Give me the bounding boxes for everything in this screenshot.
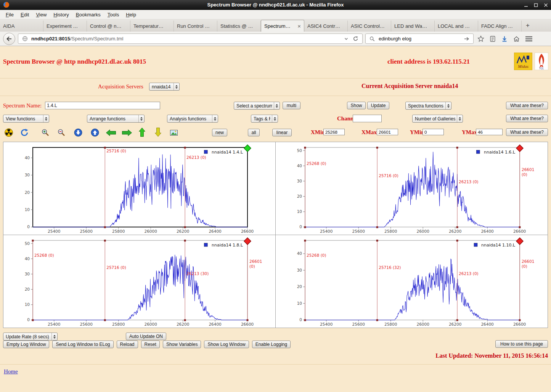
send-log-window-to-elog-button[interactable]: Send Log Window to ELog <box>52 341 113 348</box>
menu-file[interactable]: File <box>2 11 17 19</box>
zoom-out-icon[interactable] <box>57 128 66 137</box>
refresh-icon[interactable] <box>20 128 29 137</box>
xmin-input[interactable] <box>323 129 345 135</box>
new-tab-button[interactable]: + <box>523 21 533 30</box>
reload-icon[interactable] <box>352 35 360 43</box>
svg-text:30: 30 <box>297 179 302 183</box>
site-identity-globe-icon[interactable] <box>21 35 29 43</box>
ymin-input[interactable] <box>422 129 444 135</box>
multi-button[interactable]: multi <box>283 102 300 109</box>
menu-edit[interactable]: Edit <box>17 11 32 19</box>
xmax-input[interactable] <box>377 129 398 135</box>
what-are-these-button-3[interactable]: What are these? <box>506 128 548 136</box>
arrange-functions-select[interactable]: Arrange functions <box>87 115 145 123</box>
enable-logging-button[interactable]: Enable Logging <box>252 341 291 348</box>
spectrum-panel-nnaida14-1-6-l[interactable]: 0102030405025400256002580026000262002640… <box>276 142 548 235</box>
tab-led-and-wa[interactable]: LED and Wa… <box>391 21 435 32</box>
tags-fits-select[interactable]: Tags & Fits <box>251 115 278 123</box>
menu-view[interactable]: View <box>32 11 50 19</box>
show-button[interactable]: Show <box>347 102 366 109</box>
search-bar[interactable] <box>365 34 474 44</box>
tab-local-and[interactable]: LOCAL and … <box>435 21 478 32</box>
reload-button[interactable]: Reload <box>117 341 138 348</box>
empty-log-window-button[interactable]: Empty Log Window <box>3 341 49 348</box>
tab-statistics[interactable]: Statistics @ … <box>217 21 261 32</box>
back-button[interactable] <box>3 33 15 45</box>
green-arrow-right-icon[interactable] <box>122 130 132 136</box>
midas-logo[interactable]: Midas <box>514 53 532 72</box>
home-link[interactable]: Home <box>4 368 18 375</box>
downloads-icon[interactable] <box>500 34 509 43</box>
svg-text:26400: 26400 <box>481 229 493 234</box>
update-button[interactable]: Update <box>367 102 389 109</box>
urlbar-dropdown-icon[interactable] <box>343 36 349 42</box>
green-arrow-up-icon[interactable] <box>139 128 145 137</box>
menu-history[interactable]: History <box>50 11 72 19</box>
tab-close-icon[interactable]: × <box>297 23 301 29</box>
spectrum-panel-nnaida14-1-8-l[interactable]: 0102030405025400256002580026000262002640… <box>3 235 275 328</box>
svg-text:26400: 26400 <box>209 229 221 234</box>
spinner-arrows-icon <box>173 83 179 90</box>
svg-text:30: 30 <box>25 173 30 177</box>
blue-ball-up-arrow-icon[interactable] <box>91 128 99 137</box>
search-input[interactable] <box>378 35 461 42</box>
tab-label: ASIC4 Contr… <box>307 23 344 29</box>
blue-ball-down-arrow-icon[interactable] <box>74 128 82 137</box>
maximize-button[interactable] <box>534 3 538 7</box>
footer-button-row: Empty Log WindowSend Log Window to ELogR… <box>3 341 291 348</box>
view-functions-select[interactable]: View functions <box>3 115 49 123</box>
menu-tools[interactable]: Tools <box>104 11 122 19</box>
bookmark-star-icon[interactable] <box>476 34 485 43</box>
spectrum-name-input[interactable] <box>45 102 160 109</box>
tcl-logo[interactable]: TCL <box>535 53 548 72</box>
green-arrow-left-icon[interactable] <box>106 130 116 136</box>
spectrum-panel-nnaida14-1-10-l[interactable]: 0102030402540025600258002600026200264002… <box>276 235 548 328</box>
what-are-these-button-1[interactable]: What are these? <box>506 102 548 109</box>
select-spectrum-select[interactable]: Select a spectrum <box>234 102 280 110</box>
update-rate-select[interactable]: Update Rate (8 secs) <box>3 333 58 341</box>
spectra-functions-select[interactable]: Spectra functions <box>405 102 451 110</box>
acquisition-server-select[interactable]: nnaida14 <box>149 83 180 91</box>
all-button[interactable]: all <box>248 129 260 136</box>
search-go-icon[interactable] <box>463 35 471 42</box>
zoom-in-icon[interactable] <box>41 128 50 137</box>
current-acquisition-server: Current Acquisition Server nnaida14 <box>361 83 458 90</box>
linear-button[interactable]: linear <box>272 129 292 136</box>
close-button[interactable] <box>544 3 548 7</box>
auto-update-button[interactable]: Auto Update ON <box>126 333 166 340</box>
minimize-button[interactable] <box>524 3 528 7</box>
reset-button[interactable]: Reset <box>141 341 160 348</box>
radiation-icon[interactable] <box>5 128 13 137</box>
new-button[interactable]: new <box>212 129 227 136</box>
gallery-image-icon[interactable] <box>170 130 178 136</box>
tab-asic4-contr[interactable]: ASIC4 Contr… <box>304 21 348 32</box>
show-variables-button[interactable]: Show Variables <box>163 341 201 348</box>
home-icon[interactable] <box>512 34 521 43</box>
menu-bookmarks[interactable]: Bookmarks <box>72 11 104 19</box>
svg-text:nnaida14 1.4.L: nnaida14 1.4.L <box>212 150 243 155</box>
yellow-arrow-down-icon[interactable] <box>155 128 161 137</box>
tab-experiment[interactable]: Experiment … <box>43 21 87 32</box>
what-are-these-button-2[interactable]: What are these? <box>506 115 548 122</box>
ymax-input[interactable] <box>476 129 503 135</box>
show-log-window-button[interactable]: Show Log Window <box>204 341 249 348</box>
channel-input[interactable] <box>353 115 382 122</box>
how-to-use-button[interactable]: How to use this page <box>495 340 548 348</box>
svg-text:26600: 26600 <box>241 229 254 234</box>
menu-hamburger-icon[interactable] <box>524 35 534 43</box>
spectrum-panel-nnaida14-1-4-l[interactable]: 0102030402540025600258002600026200264002… <box>3 142 275 235</box>
analysis-functions-select[interactable]: Analysis functions <box>167 115 218 123</box>
bookmarks-menu-icon[interactable] <box>488 34 497 43</box>
tab-aida[interactable]: AIDA <box>0 21 43 32</box>
number-of-galleries-select[interactable]: Number of Galleries <box>412 115 463 123</box>
svg-text:25716 (0): 25716 (0) <box>379 173 398 178</box>
menu-help[interactable]: Help <box>122 11 140 19</box>
tab-temperatur[interactable]: Temperatur… <box>130 21 174 32</box>
url-bar[interactable]: nndhcp021:8015/Spectrum/Spectrum.tml <box>18 34 363 44</box>
tab-run-control[interactable]: Run Control … <box>174 21 217 32</box>
tab-spectrum[interactable]: Spectrum…× <box>261 20 304 32</box>
tab-fadc-align[interactable]: FADC Align … <box>478 21 522 32</box>
xmax-label: XMax <box>361 129 377 136</box>
tab-control-n[interactable]: Control @ n… <box>87 21 130 32</box>
tab-asic-control[interactable]: ASIC Control… <box>348 21 391 32</box>
